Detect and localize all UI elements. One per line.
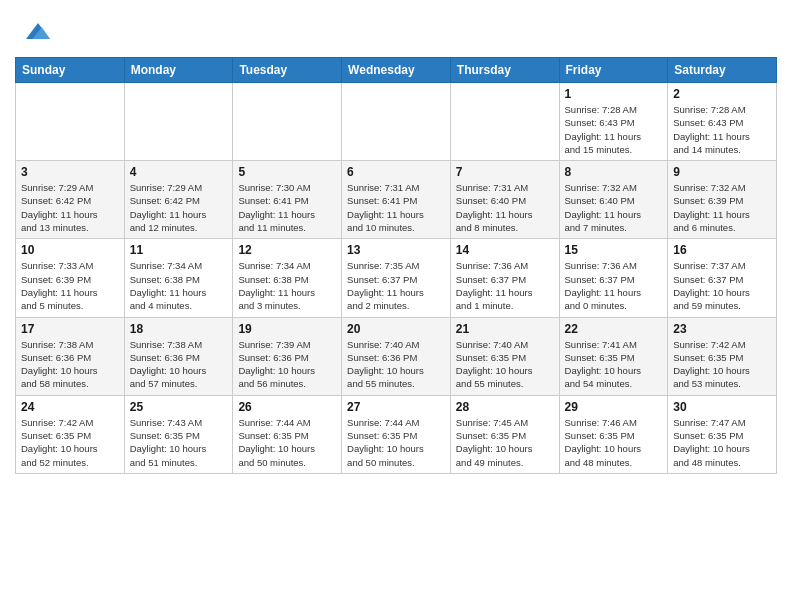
calendar-cell-2-4: 6Sunrise: 7:31 AM Sunset: 6:41 PM Daylig… — [342, 161, 451, 239]
day-number: 27 — [347, 400, 445, 414]
day-info: Sunrise: 7:37 AM Sunset: 6:37 PM Dayligh… — [673, 259, 771, 312]
day-number: 11 — [130, 243, 228, 257]
day-info: Sunrise: 7:28 AM Sunset: 6:43 PM Dayligh… — [565, 103, 663, 156]
day-info: Sunrise: 7:33 AM Sunset: 6:39 PM Dayligh… — [21, 259, 119, 312]
day-info: Sunrise: 7:36 AM Sunset: 6:37 PM Dayligh… — [456, 259, 554, 312]
calendar-cell-3-3: 12Sunrise: 7:34 AM Sunset: 6:38 PM Dayli… — [233, 239, 342, 317]
day-number: 28 — [456, 400, 554, 414]
day-info: Sunrise: 7:30 AM Sunset: 6:41 PM Dayligh… — [238, 181, 336, 234]
day-number: 20 — [347, 322, 445, 336]
day-info: Sunrise: 7:31 AM Sunset: 6:40 PM Dayligh… — [456, 181, 554, 234]
calendar-cell-3-1: 10Sunrise: 7:33 AM Sunset: 6:39 PM Dayli… — [16, 239, 125, 317]
weekday-header-saturday: Saturday — [668, 58, 777, 83]
day-info: Sunrise: 7:43 AM Sunset: 6:35 PM Dayligh… — [130, 416, 228, 469]
day-info: Sunrise: 7:35 AM Sunset: 6:37 PM Dayligh… — [347, 259, 445, 312]
day-number: 19 — [238, 322, 336, 336]
calendar-cell-4-6: 22Sunrise: 7:41 AM Sunset: 6:35 PM Dayli… — [559, 317, 668, 395]
day-number: 8 — [565, 165, 663, 179]
weekday-header-thursday: Thursday — [450, 58, 559, 83]
calendar-cell-5-5: 28Sunrise: 7:45 AM Sunset: 6:35 PM Dayli… — [450, 395, 559, 473]
day-info: Sunrise: 7:44 AM Sunset: 6:35 PM Dayligh… — [238, 416, 336, 469]
calendar-cell-4-3: 19Sunrise: 7:39 AM Sunset: 6:36 PM Dayli… — [233, 317, 342, 395]
week-row-1: 1Sunrise: 7:28 AM Sunset: 6:43 PM Daylig… — [16, 83, 777, 161]
calendar-cell-3-4: 13Sunrise: 7:35 AM Sunset: 6:37 PM Dayli… — [342, 239, 451, 317]
day-number: 26 — [238, 400, 336, 414]
calendar-cell-2-3: 5Sunrise: 7:30 AM Sunset: 6:41 PM Daylig… — [233, 161, 342, 239]
calendar-cell-5-4: 27Sunrise: 7:44 AM Sunset: 6:35 PM Dayli… — [342, 395, 451, 473]
weekday-header-wednesday: Wednesday — [342, 58, 451, 83]
calendar-cell-1-2 — [124, 83, 233, 161]
calendar-cell-4-4: 20Sunrise: 7:40 AM Sunset: 6:36 PM Dayli… — [342, 317, 451, 395]
day-number: 30 — [673, 400, 771, 414]
header — [15, 10, 777, 47]
day-number: 15 — [565, 243, 663, 257]
day-info: Sunrise: 7:40 AM Sunset: 6:36 PM Dayligh… — [347, 338, 445, 391]
day-info: Sunrise: 7:31 AM Sunset: 6:41 PM Dayligh… — [347, 181, 445, 234]
day-number: 2 — [673, 87, 771, 101]
day-info: Sunrise: 7:41 AM Sunset: 6:35 PM Dayligh… — [565, 338, 663, 391]
week-row-3: 10Sunrise: 7:33 AM Sunset: 6:39 PM Dayli… — [16, 239, 777, 317]
day-number: 16 — [673, 243, 771, 257]
day-number: 1 — [565, 87, 663, 101]
day-number: 22 — [565, 322, 663, 336]
day-info: Sunrise: 7:36 AM Sunset: 6:37 PM Dayligh… — [565, 259, 663, 312]
calendar-cell-4-1: 17Sunrise: 7:38 AM Sunset: 6:36 PM Dayli… — [16, 317, 125, 395]
day-number: 25 — [130, 400, 228, 414]
day-info: Sunrise: 7:47 AM Sunset: 6:35 PM Dayligh… — [673, 416, 771, 469]
day-info: Sunrise: 7:45 AM Sunset: 6:35 PM Dayligh… — [456, 416, 554, 469]
calendar-cell-2-1: 3Sunrise: 7:29 AM Sunset: 6:42 PM Daylig… — [16, 161, 125, 239]
day-info: Sunrise: 7:28 AM Sunset: 6:43 PM Dayligh… — [673, 103, 771, 156]
logo-icon — [18, 15, 50, 47]
weekday-header-monday: Monday — [124, 58, 233, 83]
day-number: 14 — [456, 243, 554, 257]
calendar-cell-5-1: 24Sunrise: 7:42 AM Sunset: 6:35 PM Dayli… — [16, 395, 125, 473]
weekday-header-tuesday: Tuesday — [233, 58, 342, 83]
day-number: 10 — [21, 243, 119, 257]
calendar-cell-5-6: 29Sunrise: 7:46 AM Sunset: 6:35 PM Dayli… — [559, 395, 668, 473]
calendar-cell-2-5: 7Sunrise: 7:31 AM Sunset: 6:40 PM Daylig… — [450, 161, 559, 239]
day-number: 7 — [456, 165, 554, 179]
weekday-header-friday: Friday — [559, 58, 668, 83]
day-info: Sunrise: 7:32 AM Sunset: 6:39 PM Dayligh… — [673, 181, 771, 234]
calendar-cell-4-5: 21Sunrise: 7:40 AM Sunset: 6:35 PM Dayli… — [450, 317, 559, 395]
calendar-cell-4-7: 23Sunrise: 7:42 AM Sunset: 6:35 PM Dayli… — [668, 317, 777, 395]
calendar-cell-1-5 — [450, 83, 559, 161]
day-info: Sunrise: 7:42 AM Sunset: 6:35 PM Dayligh… — [21, 416, 119, 469]
week-row-4: 17Sunrise: 7:38 AM Sunset: 6:36 PM Dayli… — [16, 317, 777, 395]
day-number: 9 — [673, 165, 771, 179]
week-row-5: 24Sunrise: 7:42 AM Sunset: 6:35 PM Dayli… — [16, 395, 777, 473]
day-number: 17 — [21, 322, 119, 336]
day-number: 4 — [130, 165, 228, 179]
day-info: Sunrise: 7:32 AM Sunset: 6:40 PM Dayligh… — [565, 181, 663, 234]
day-info: Sunrise: 7:38 AM Sunset: 6:36 PM Dayligh… — [130, 338, 228, 391]
calendar-cell-1-6: 1Sunrise: 7:28 AM Sunset: 6:43 PM Daylig… — [559, 83, 668, 161]
calendar-cell-3-7: 16Sunrise: 7:37 AM Sunset: 6:37 PM Dayli… — [668, 239, 777, 317]
calendar-cell-2-6: 8Sunrise: 7:32 AM Sunset: 6:40 PM Daylig… — [559, 161, 668, 239]
day-info: Sunrise: 7:46 AM Sunset: 6:35 PM Dayligh… — [565, 416, 663, 469]
day-number: 24 — [21, 400, 119, 414]
calendar-cell-3-2: 11Sunrise: 7:34 AM Sunset: 6:38 PM Dayli… — [124, 239, 233, 317]
day-number: 29 — [565, 400, 663, 414]
calendar-cell-2-2: 4Sunrise: 7:29 AM Sunset: 6:42 PM Daylig… — [124, 161, 233, 239]
calendar-cell-5-7: 30Sunrise: 7:47 AM Sunset: 6:35 PM Dayli… — [668, 395, 777, 473]
day-info: Sunrise: 7:34 AM Sunset: 6:38 PM Dayligh… — [238, 259, 336, 312]
week-row-2: 3Sunrise: 7:29 AM Sunset: 6:42 PM Daylig… — [16, 161, 777, 239]
day-info: Sunrise: 7:42 AM Sunset: 6:35 PM Dayligh… — [673, 338, 771, 391]
calendar-cell-5-2: 25Sunrise: 7:43 AM Sunset: 6:35 PM Dayli… — [124, 395, 233, 473]
day-info: Sunrise: 7:29 AM Sunset: 6:42 PM Dayligh… — [21, 181, 119, 234]
day-info: Sunrise: 7:29 AM Sunset: 6:42 PM Dayligh… — [130, 181, 228, 234]
calendar-cell-2-7: 9Sunrise: 7:32 AM Sunset: 6:39 PM Daylig… — [668, 161, 777, 239]
day-number: 21 — [456, 322, 554, 336]
calendar-cell-1-1 — [16, 83, 125, 161]
calendar-cell-1-3 — [233, 83, 342, 161]
logo — [15, 15, 50, 47]
calendar-cell-3-5: 14Sunrise: 7:36 AM Sunset: 6:37 PM Dayli… — [450, 239, 559, 317]
day-number: 6 — [347, 165, 445, 179]
day-info: Sunrise: 7:40 AM Sunset: 6:35 PM Dayligh… — [456, 338, 554, 391]
day-number: 23 — [673, 322, 771, 336]
page: SundayMondayTuesdayWednesdayThursdayFrid… — [0, 0, 792, 489]
calendar-cell-1-7: 2Sunrise: 7:28 AM Sunset: 6:43 PM Daylig… — [668, 83, 777, 161]
day-info: Sunrise: 7:39 AM Sunset: 6:36 PM Dayligh… — [238, 338, 336, 391]
calendar-cell-1-4 — [342, 83, 451, 161]
calendar: SundayMondayTuesdayWednesdayThursdayFrid… — [15, 57, 777, 474]
